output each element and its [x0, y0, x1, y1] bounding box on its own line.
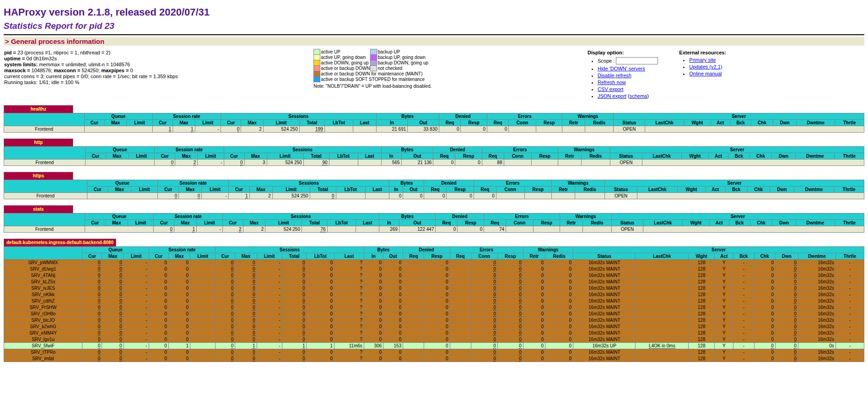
row-link-srv-klz5x[interactable]: SRV_kLZ5x	[31, 279, 55, 284]
json-export-link[interactable]: JSON export	[598, 93, 626, 99]
stat-cell: -	[836, 260, 864, 266]
column-header-conn: Conn	[509, 120, 536, 126]
column-header-dwntme: Dwntme	[797, 120, 835, 126]
primary-site-link[interactable]: Primary site	[689, 57, 716, 63]
row-link-frontend[interactable]: Frontend	[35, 227, 54, 232]
row-link-srv-prshw[interactable]: SRV_PrSHW	[29, 305, 56, 310]
refresh-now-link[interactable]: Refresh now	[598, 80, 626, 85]
column-header-limit: Limit	[202, 186, 229, 193]
column-header-wght: Wght	[678, 186, 706, 193]
stat-cell: 0	[364, 336, 383, 343]
stat-cell: -	[257, 356, 282, 362]
row-link-srv-duwg1[interactable]: SRV_dUwg1	[30, 266, 56, 272]
column-header-max: Max	[105, 220, 128, 226]
column-group-server: Server	[605, 180, 864, 186]
csv-export-link[interactable]: CSV export	[598, 86, 623, 92]
stat-cell	[532, 160, 558, 166]
stat-cell: 0	[102, 330, 124, 336]
stat-cell	[450, 304, 471, 311]
column-header-max: Max	[108, 186, 131, 193]
stat-cell: -	[733, 272, 754, 279]
row-link-srv-4tanj[interactable]: SRV_4TANj	[31, 273, 55, 278]
row-name-cell: Frontend	[4, 226, 85, 233]
online-manual-link[interactable]: Online manual	[689, 71, 722, 76]
underlined-value: 0	[253, 318, 255, 323]
proxy-name-healthz[interactable]: healthz	[4, 105, 73, 113]
legend-swatch	[314, 77, 320, 82]
stat-cell	[403, 311, 424, 317]
stat-cell	[403, 292, 424, 298]
row-link-srv-pwmwx[interactable]: SRV_pWMWX	[28, 260, 58, 265]
display-option-item: Disable refresh	[598, 73, 658, 78]
underlined-value: 0	[302, 279, 305, 285]
row-link-srv-ivjes[interactable]: SRV_ivJES	[31, 286, 55, 291]
row-link-srv-lgv1u[interactable]: SRV_lgv1u	[32, 337, 54, 342]
column-header-cur: Cur	[152, 120, 173, 126]
row-link-frontend[interactable]: Frontend	[36, 160, 54, 165]
proxy-name-stats[interactable]: stats	[4, 205, 73, 213]
disable-refresh-link[interactable]: Disable refresh	[598, 73, 631, 78]
proxy-name-http[interactable]: http	[4, 138, 73, 146]
row-link-srv-bicjo[interactable]: SRV_bicJO	[31, 318, 55, 323]
stat-cell	[190, 279, 216, 285]
underlined-value: 0	[231, 292, 234, 298]
row-link-srv-kzwhg[interactable]: SRV_kZwhG	[30, 324, 56, 329]
text-segment: 0	[130, 68, 133, 73]
stat-cell: 0	[424, 292, 450, 298]
row-link-srv-nklkk[interactable]: SRV_nKlkk	[32, 292, 54, 297]
stat-cell: 0	[102, 285, 124, 292]
stat-cell: 0	[545, 311, 573, 317]
underlined-value: 0	[519, 279, 522, 285]
row-link-srv-cdihz[interactable]: SRV_cdIhZ	[32, 298, 55, 303]
column-group-row: QueueSession rateSessionsBytesDeniedErro…	[4, 213, 864, 220]
row-link-srv-emm4y[interactable]: SRV_eMM4Y	[29, 330, 57, 335]
row-link-srv-rdh8o[interactable]: SRV_rDH8o	[31, 311, 56, 316]
haproxy-home-link[interactable]: HAProxy version 2.1.8, released 2020/07/…	[4, 6, 210, 18]
stat-cell: 0	[102, 317, 124, 324]
stat-cell: Y	[715, 343, 733, 349]
stat-cell	[450, 285, 471, 292]
stat-cell: 0	[102, 349, 124, 356]
stat-cell: -	[733, 349, 754, 356]
stat-cell: Y	[715, 349, 733, 356]
stat-cell: 16m32s MAINT	[573, 266, 636, 272]
stat-cell: 0	[424, 266, 450, 272]
column-header-resp: Resp	[524, 186, 552, 193]
row-link-srv-imfai[interactable]: SRV_imfaI	[32, 356, 54, 361]
stat-cell	[190, 336, 216, 343]
stat-cell: 0	[282, 285, 307, 292]
stat-cell: 0	[216, 298, 235, 304]
stat-cell: -	[257, 336, 282, 343]
column-header-in: In	[364, 253, 383, 260]
stats-row-srv-nklkk: SRV_nKlkk00-0000-00?000000016m32s MAINT1…	[4, 292, 864, 298]
column-header-cur: Cur	[155, 153, 175, 160]
column-header-resp: Resp	[424, 253, 450, 260]
underlined-value: 0	[231, 305, 234, 310]
row-link-srv-5fwif[interactable]: SRV_5fwiF	[32, 343, 54, 348]
stat-cell: -	[124, 266, 149, 272]
stat-cell: -	[124, 285, 149, 292]
column-group-warnings: Warnings	[552, 180, 605, 186]
proxy-name-https[interactable]: https	[4, 172, 73, 180]
stat-cell: 0	[307, 317, 334, 324]
stat-cell	[190, 272, 216, 279]
hide-down-servers-link[interactable]: Hide 'DOWN' servers	[598, 66, 645, 71]
stat-cell: 0	[497, 330, 523, 336]
column-header-thrtle: Thrtle	[834, 186, 864, 193]
underlined-value: 0	[794, 279, 797, 285]
row-link-srv-ttpro[interactable]: SRV_tTPRo	[31, 350, 55, 355]
underlined-value: 0	[231, 286, 234, 291]
column-group-row: QueueSession rateSessionsBytesDeniedErro…	[4, 247, 864, 253]
underlined-value: 0	[794, 311, 797, 317]
row-link-frontend[interactable]: Frontend	[35, 127, 53, 132]
scope-input[interactable]	[616, 57, 658, 64]
stat-cell: 0	[282, 330, 307, 336]
column-group-session-rate: Session rate	[149, 247, 215, 253]
updates-v2-1-link[interactable]: Updates (v2.1)	[689, 64, 722, 69]
column-header-lastchk: LastChk	[642, 153, 681, 160]
underlined-value: 0	[794, 337, 797, 342]
schema-link[interactable]: schema	[630, 93, 647, 99]
stats-row-srv-4tanj: SRV_4TANj00-0000-00?000000016m32s MAINT1…	[4, 272, 864, 279]
row-link-frontend[interactable]: Frontend	[36, 193, 54, 198]
proxy-name-default-kubernetes-ingress-default-backend-8080[interactable]: default-kubernetes-ingress-default-backe…	[4, 239, 116, 246]
